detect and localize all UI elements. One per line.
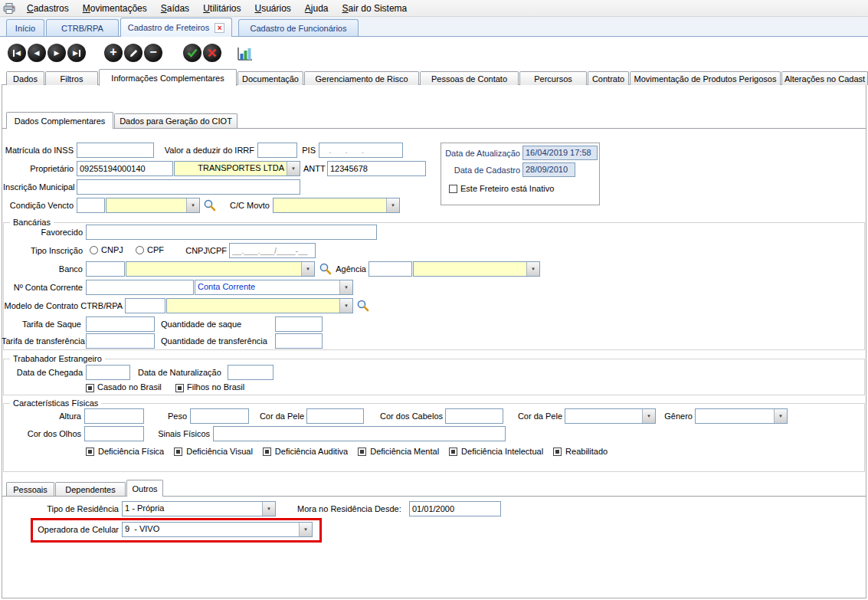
condicao-vencto-code-field[interactable] bbox=[77, 198, 105, 213]
antt-field[interactable] bbox=[327, 161, 426, 176]
proprietario-empresa-combobox[interactable]: TRANSPORTES LTDA ▼ bbox=[174, 161, 300, 176]
tab-pessoais[interactable]: Pessoais bbox=[6, 482, 54, 496]
deficiencia-visual-checkbox[interactable] bbox=[174, 448, 182, 456]
genero-combobox[interactable]: ▼ bbox=[695, 408, 788, 424]
modelo-contrato-code-field[interactable] bbox=[125, 298, 165, 313]
tab-cadastro-de-funcionarios[interactable]: Cadastro de Funcionários bbox=[238, 19, 359, 36]
num-conta-corrente-field[interactable] bbox=[86, 280, 194, 295]
tab-dados-geracao-ciot[interactable]: Dados para Geração do CIOT bbox=[114, 113, 237, 128]
tipo-conta-combobox[interactable]: Conta Corrente ▼ bbox=[195, 280, 353, 295]
favorecido-field[interactable] bbox=[86, 225, 377, 240]
tab-dependentes[interactable]: Dependentes bbox=[55, 482, 126, 496]
pis-field[interactable] bbox=[319, 143, 403, 158]
modelo-contrato-lookup-button[interactable] bbox=[356, 299, 370, 313]
nav-next-button[interactable]: ▶ bbox=[47, 44, 66, 62]
nav-first-button[interactable]: ◀ bbox=[8, 44, 26, 62]
tab-informacoes-complementares[interactable]: Informações Complementares bbox=[99, 69, 237, 86]
cpf-radio[interactable] bbox=[136, 246, 144, 254]
inscricao-municipal-field[interactable] bbox=[77, 179, 300, 195]
close-icon[interactable]: × bbox=[215, 23, 224, 33]
tarifa-transferencia-field[interactable] bbox=[86, 333, 155, 349]
add-record-button[interactable]: + bbox=[104, 44, 123, 62]
menu-utilitarios[interactable]: Utilitários bbox=[196, 1, 247, 16]
menu-sair-do-sistema[interactable]: Sair do Sistema bbox=[336, 1, 414, 16]
reabilitado-checkbox[interactable] bbox=[553, 448, 562, 456]
nav-last-button[interactable]: ▶ bbox=[67, 44, 86, 62]
menu-ajuda[interactable]: Ajuda bbox=[298, 1, 336, 16]
tab-cadastro-de-freteiros[interactable]: Cadastro de Freteiros × bbox=[120, 18, 232, 37]
condicao-vencto-lookup-button[interactable] bbox=[203, 198, 217, 212]
casado-no-brasil-checkbox[interactable] bbox=[86, 384, 94, 392]
tab-outros[interactable]: Outros bbox=[126, 480, 163, 497]
chevron-down-icon: ▼ bbox=[262, 502, 275, 516]
qtd-saque-field[interactable] bbox=[275, 316, 323, 332]
inscricao-municipal-label: Inscrição Municipal bbox=[3, 182, 74, 192]
deficiencia-mental-checkbox[interactable] bbox=[358, 448, 366, 456]
mora-desde-field[interactable] bbox=[409, 501, 501, 516]
filhos-no-brasil-checkbox[interactable] bbox=[175, 384, 184, 392]
deficiencia-intelectual-checkbox[interactable] bbox=[449, 448, 457, 456]
menu-movimentacoes[interactable]: Movimentações bbox=[76, 1, 154, 16]
operadora-celular-combobox[interactable]: 9 - VIVO ▼ bbox=[122, 522, 313, 537]
tab-gerenciamento-de-risco[interactable]: Gerenciamento de Risco bbox=[304, 71, 419, 85]
deficiencia-fisica-checkbox[interactable] bbox=[86, 448, 94, 456]
tab-gerenciamento-de-risco-label: Gerenciamento de Risco bbox=[315, 74, 408, 84]
cc-movto-combobox[interactable]: ▼ bbox=[273, 198, 400, 213]
cor-dos-olhos-field[interactable] bbox=[84, 426, 144, 441]
tab-dados-complementares[interactable]: Dados Complementares bbox=[6, 112, 113, 129]
agencia-combobox[interactable]: ▼ bbox=[413, 261, 540, 277]
banco-lookup-button[interactable] bbox=[319, 262, 332, 276]
peso-field[interactable] bbox=[190, 408, 249, 424]
menu-saidas[interactable]: Saídas bbox=[154, 1, 196, 16]
tab-movimentacao-produtos-perigosos[interactable]: Movimentação de Produtos Perigosos bbox=[630, 71, 781, 85]
valor-irrf-field[interactable] bbox=[257, 143, 297, 158]
condicao-vencto-combobox[interactable]: ▼ bbox=[106, 198, 200, 213]
tipo-residencia-label: Tipo de Residência bbox=[42, 504, 119, 514]
cor-da-pele-combobox[interactable]: ▼ bbox=[565, 408, 656, 424]
operadora-celular-label: Operadora de Celular bbox=[37, 525, 119, 535]
tab-ctrb-rpa[interactable]: CTRB/RPA bbox=[46, 19, 119, 36]
edit-record-button[interactable] bbox=[124, 44, 142, 62]
altura-field[interactable] bbox=[84, 408, 144, 424]
cancel-button[interactable] bbox=[203, 44, 221, 62]
delete-record-button[interactable]: − bbox=[144, 44, 162, 62]
tarifa-saque-field[interactable] bbox=[86, 316, 155, 332]
modelo-contrato-combobox[interactable]: ▼ bbox=[166, 298, 353, 313]
tab-contrato[interactable]: Contrato bbox=[588, 71, 629, 85]
modelo-contrato-value bbox=[167, 299, 339, 313]
menu-cadastros[interactable]: Cadastros bbox=[20, 1, 76, 16]
banco-code-field[interactable] bbox=[86, 261, 125, 277]
matricula-inss-field[interactable] bbox=[77, 143, 154, 158]
deficiencia-mental-label: Deficiência Mental bbox=[370, 447, 439, 456]
matricula-inss-label: Matrícula do INSS bbox=[5, 146, 74, 156]
data-naturalizacao-field[interactable] bbox=[228, 365, 274, 380]
sinais-fisicos-field[interactable] bbox=[213, 426, 506, 441]
tab-inicio[interactable]: Início bbox=[6, 19, 44, 36]
freteiro-inativo-checkbox[interactable] bbox=[449, 185, 457, 193]
menu-usuarios[interactable]: Usuários bbox=[247, 1, 297, 16]
cor-dos-cabelos-field[interactable] bbox=[445, 408, 503, 424]
confirm-button[interactable] bbox=[183, 44, 201, 62]
tab-pessoas-de-contato[interactable]: Pessoas de Contato bbox=[420, 71, 519, 85]
data-chegada-field[interactable] bbox=[86, 365, 130, 380]
proprietario-cnpj-field[interactable] bbox=[77, 161, 173, 176]
tipo-residencia-combobox[interactable]: 1 - Própria ▼ bbox=[122, 501, 276, 516]
cnpj-radio[interactable] bbox=[90, 246, 98, 254]
tab-percursos[interactable]: Percursos bbox=[519, 71, 587, 85]
tab-filtros[interactable]: Filtros bbox=[45, 71, 98, 85]
tab-dados[interactable]: Dados bbox=[6, 71, 44, 85]
nav-previous-button[interactable]: ◀ bbox=[28, 44, 46, 62]
qtd-transferencia-field[interactable] bbox=[275, 333, 323, 349]
agencia-code-field[interactable] bbox=[368, 261, 412, 277]
tab-alteracoes-no-cadastro[interactable]: Alterações no Cadast bbox=[781, 71, 868, 85]
tab-documentacao[interactable]: Documentação bbox=[237, 71, 303, 85]
favorecido-label: Favorecido bbox=[14, 228, 83, 238]
chart-button[interactable] bbox=[236, 44, 254, 63]
banco-combobox[interactable]: ▼ bbox=[126, 261, 315, 277]
cor-da-pele-field[interactable] bbox=[306, 408, 364, 424]
tab-alteracoes-no-cadastro-label: Alterações no Cadast bbox=[784, 74, 865, 84]
cnpj-cpf-field[interactable] bbox=[229, 243, 316, 258]
cor-da-pele-combo-label: Cor da Pele bbox=[510, 411, 562, 421]
chevron-down-icon: ▼ bbox=[299, 523, 312, 536]
deficiencia-auditiva-checkbox[interactable] bbox=[263, 448, 271, 456]
